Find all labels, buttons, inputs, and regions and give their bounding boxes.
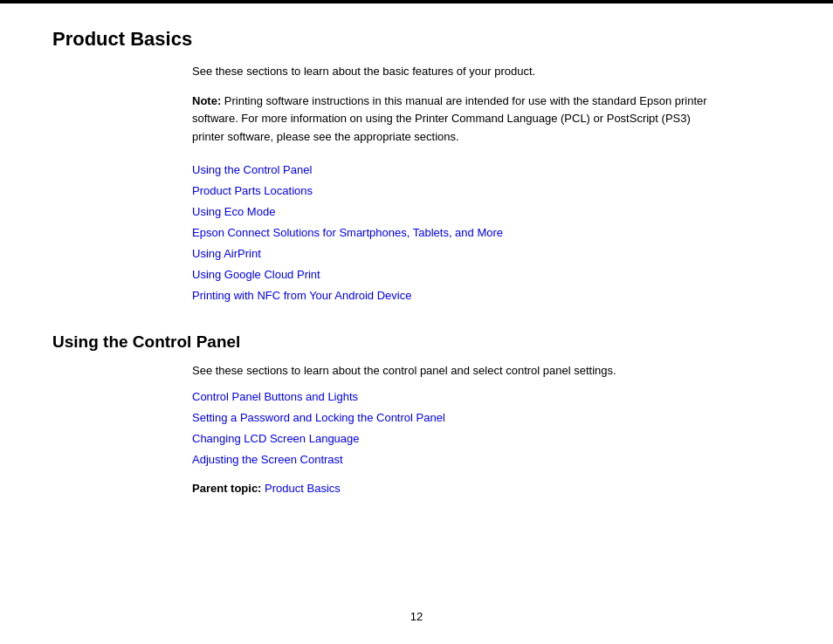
product-basics-title: Product Basics — [52, 28, 781, 51]
link-using-airprint[interactable]: Using AirPrint — [192, 244, 781, 264]
note-text: Printing software instructions in this m… — [192, 94, 707, 144]
link-adjusting-contrast[interactable]: Adjusting the Screen Contrast — [192, 450, 781, 469]
link-epson-connect-solutions[interactable]: Epson Connect Solutions for Smartphones,… — [192, 223, 781, 243]
link-using-eco-mode[interactable]: Using Eco Mode — [192, 202, 781, 222]
parent-topic: Parent topic: Product Basics — [192, 482, 781, 495]
note-block: Note: Printing software instructions in … — [192, 92, 707, 147]
link-setting-password[interactable]: Setting a Password and Locking the Contr… — [192, 408, 781, 428]
link-google-cloud-print[interactable]: Using Google Cloud Print — [192, 265, 781, 284]
parent-topic-label: Parent topic: — [192, 482, 261, 495]
content-area: Product Basics See these sections to lea… — [0, 28, 833, 547]
link-nfc-android[interactable]: Printing with NFC from Your Android Devi… — [192, 286, 781, 305]
top-border — [0, 0, 833, 3]
link-using-control-panel[interactable]: Using the Control Panel — [192, 161, 781, 180]
using-control-panel-title: Using the Control Panel — [52, 332, 781, 352]
page-number: 12 — [410, 610, 423, 623]
product-basics-links: Using the Control Panel Product Parts Lo… — [192, 161, 781, 306]
parent-topic-link[interactable]: Product Basics — [265, 482, 341, 495]
page-container: Product Basics See these sections to lea… — [0, 0, 833, 644]
note-label: Note: — [192, 94, 221, 107]
link-control-panel-buttons[interactable]: Control Panel Buttons and Lights — [192, 387, 781, 407]
using-control-panel-intro: See these sections to learn about the co… — [192, 362, 781, 380]
link-changing-lcd[interactable]: Changing LCD Screen Language — [192, 429, 781, 449]
product-basics-intro: See these sections to learn about the ba… — [192, 63, 781, 80]
control-panel-links: Control Panel Buttons and Lights Setting… — [192, 387, 781, 469]
link-product-parts-locations[interactable]: Product Parts Locations — [192, 182, 781, 201]
